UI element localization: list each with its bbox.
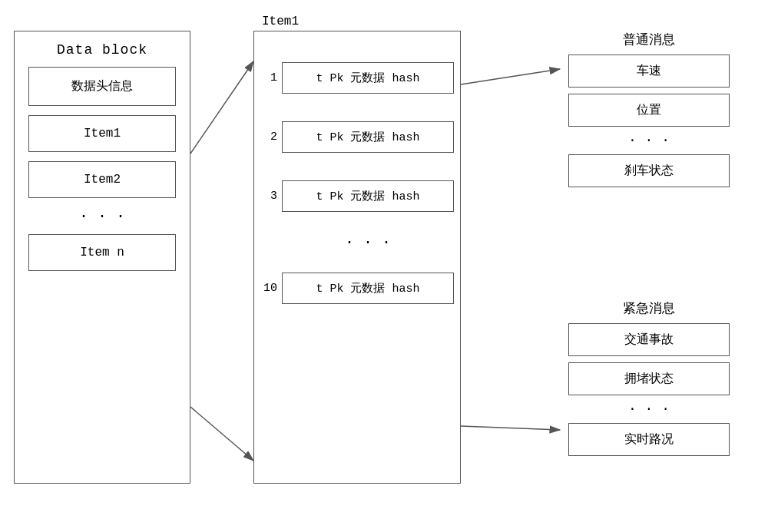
normal-item-position: 位置: [568, 94, 730, 127]
middle-dots: · · ·: [254, 226, 460, 259]
db-item-2: Item2: [28, 161, 176, 198]
row-box-3: t Pk 元数据 hash: [282, 180, 454, 212]
arrow-middle-urgent: [461, 426, 560, 430]
arrow-itemn-bottom: [190, 407, 253, 461]
db-item-n: Item n: [28, 234, 176, 271]
middle-block: Item1 1 t Pk 元数据 hash 2 t Pk 元数据 hash 3 …: [253, 31, 461, 484]
row-num-2: 2: [260, 131, 282, 144]
urgent-item-congestion: 拥堵状态: [568, 362, 730, 395]
normal-dots: · · ·: [561, 133, 737, 148]
row-box-1: t Pk 元数据 hash: [282, 62, 454, 94]
urgent-panel-title: 紧急消息: [561, 299, 737, 317]
arrow-middle-normal: [461, 69, 560, 84]
diagram-container: Data block 数据头信息 Item1 Item2 · · · Item …: [0, 0, 768, 532]
urgent-item-accident: 交通事故: [568, 323, 730, 356]
db-dots: · · ·: [15, 207, 190, 225]
row-num-3: 3: [260, 190, 282, 203]
data-block-title: Data block: [15, 42, 190, 58]
normal-panel-title: 普通消息: [561, 31, 737, 48]
db-item-1: Item1: [28, 115, 176, 152]
middle-row-3: 3 t Pk 元数据 hash: [254, 167, 460, 226]
urgent-panel: 紧急消息 交通事故 拥堵状态 · · · 实时路况: [561, 299, 737, 462]
arrow-item1-top: [190, 61, 253, 154]
normal-item-brake: 刹车状态: [568, 154, 730, 187]
middle-row-2: 2 t Pk 元数据 hash: [254, 107, 460, 167]
row-num-10: 10: [260, 282, 282, 295]
normal-item-speed: 车速: [568, 55, 730, 88]
urgent-item-traffic: 实时路况: [568, 423, 730, 456]
row-box-2: t Pk 元数据 hash: [282, 121, 454, 153]
data-block: Data block 数据头信息 Item1 Item2 · · · Item …: [14, 31, 190, 484]
urgent-dots: · · ·: [561, 401, 737, 417]
row-box-10: t Pk 元数据 hash: [282, 273, 454, 304]
row-num-1: 1: [260, 71, 282, 84]
middle-row-1: 1 t Pk 元数据 hash: [254, 48, 460, 107]
normal-panel: 普通消息 车速 位置 · · · 刹车状态: [561, 31, 737, 193]
middle-block-label: Item1: [262, 15, 299, 28]
middle-row-10: 10 t Pk 元数据 hash: [254, 259, 460, 318]
db-item-header: 数据头信息: [28, 67, 176, 106]
